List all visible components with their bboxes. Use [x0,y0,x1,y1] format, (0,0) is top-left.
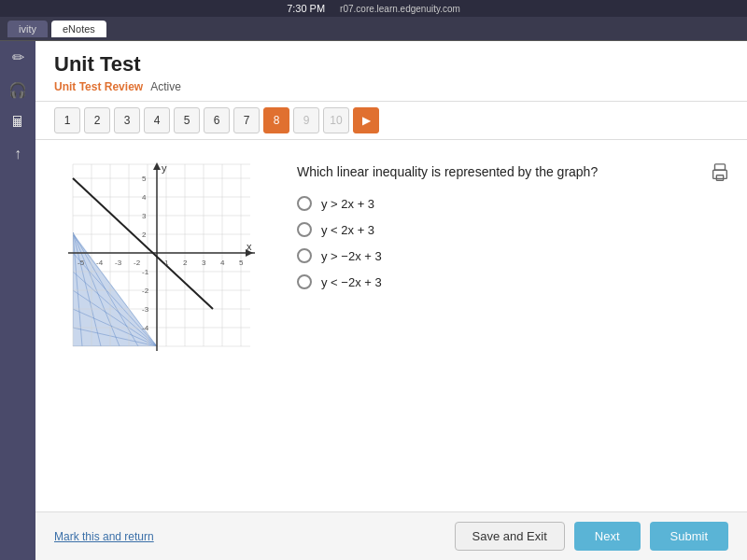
svg-text:-1: -1 [142,268,149,276]
page-title: Unit Test [54,52,728,77]
svg-text:y: y [162,162,167,174]
svg-text:2: 2 [183,259,188,267]
next-button[interactable]: Next [574,522,641,551]
svg-text:5: 5 [239,259,244,267]
option-row-1[interactable]: y > 2x + 3 [297,196,728,211]
option-label-4: y < −2x + 3 [321,275,382,289]
calculator-icon[interactable]: 🖩 [10,114,25,131]
mark-return-link[interactable]: Mark this and return [54,530,154,543]
svg-text:-3: -3 [115,259,122,267]
save-exit-button[interactable]: Save and Exit [455,522,565,551]
headphones-icon[interactable]: 🎧 [8,81,27,99]
print-icon[interactable] [710,162,730,187]
breadcrumb-status: Active [150,80,181,93]
page-btn-6[interactable]: 6 [204,107,230,133]
svg-text:2: 2 [142,231,147,239]
tab-ivity[interactable]: ivity [7,21,48,37]
option-row-4[interactable]: y < −2x + 3 [297,274,728,289]
page-btn-8[interactable]: 8 [263,107,289,133]
svg-text:4: 4 [142,193,147,202]
page-btn-7[interactable]: 7 [233,107,260,133]
pencil-icon[interactable]: ✏ [12,49,24,66]
question-text: Which linear inequality is represented b… [297,164,728,179]
top-bar: 7:30 PM r07.core.learn.edgenuity.com [0,0,747,17]
svg-text:x: x [247,241,252,252]
svg-text:-3: -3 [142,305,149,314]
svg-rect-60 [715,164,726,170]
page-btn-4[interactable]: 4 [144,107,170,133]
svg-text:1: 1 [164,259,169,267]
footer-buttons: Save and Exit Next Submit [455,522,728,551]
option-label-3: y > −2x + 3 [321,249,382,263]
svg-marker-38 [153,162,161,170]
breadcrumb-review: Unit Test Review [54,80,143,93]
svg-text:3: 3 [142,212,147,220]
page-btn-9[interactable]: 9 [293,107,319,133]
pagination-bar: 1 2 3 4 5 6 7 8 9 10 ▶ [35,102,747,140]
page-btn-1[interactable]: 1 [54,107,80,133]
question-area: y x -2 -3 -4 -5 1 2 3 4 5 2 [35,140,747,511]
footer: Mark this and return Save and Exit Next … [35,511,747,560]
main-content: Unit Test Unit Test Review Active 1 2 3 … [35,41,747,560]
svg-rect-62 [716,175,723,181]
header: Unit Test Unit Test Review Active [35,41,747,102]
page-next-btn[interactable]: ▶ [353,107,379,133]
radio-1[interactable] [297,196,312,211]
inequality-graph: y x -2 -3 -4 -5 1 2 3 4 5 2 [54,155,260,360]
option-row-3[interactable]: y > −2x + 3 [297,248,728,263]
svg-text:5: 5 [142,175,147,183]
svg-text:-5: -5 [78,259,85,267]
clock: 7:30 PM [287,3,325,14]
svg-text:-2: -2 [134,259,141,267]
left-sidebar: ✏ 🎧 🖩 ↑ [0,41,35,560]
content-wrapper: Unit Test Unit Test Review Active 1 2 3 … [35,41,747,560]
main-layout: ✏ 🎧 🖩 ↑ Unit Test Unit Test Review Activ… [0,41,747,560]
submit-button[interactable]: Submit [650,522,728,551]
radio-3[interactable] [297,248,312,263]
radio-4[interactable] [297,274,312,289]
option-row-2[interactable]: y < 2x + 3 [297,222,728,237]
svg-text:-4: -4 [96,259,104,267]
page-btn-5[interactable]: 5 [174,107,200,133]
option-label-1: y > 2x + 3 [321,197,374,211]
up-arrow-icon[interactable]: ↑ [14,146,21,162]
page-btn-10[interactable]: 10 [323,107,349,133]
svg-text:-4: -4 [142,324,149,332]
svg-text:4: 4 [220,259,225,267]
question-section: Which linear inequality is represented b… [297,155,728,497]
graph-container: y x -2 -3 -4 -5 1 2 3 4 5 2 [54,155,278,497]
radio-2[interactable] [297,222,312,237]
svg-text:-2: -2 [142,287,149,295]
svg-text:3: 3 [202,259,206,267]
svg-rect-61 [713,170,727,178]
breadcrumb: Unit Test Review Active [54,80,728,93]
page-btn-2[interactable]: 2 [84,107,110,133]
tab-enotes[interactable]: eNotes [51,21,106,37]
page-btn-3[interactable]: 3 [114,107,140,133]
tab-bar: ivity eNotes [0,17,747,41]
option-label-2: y < 2x + 3 [321,223,374,237]
url-bar: r07.core.learn.edgenuity.com [340,4,460,14]
